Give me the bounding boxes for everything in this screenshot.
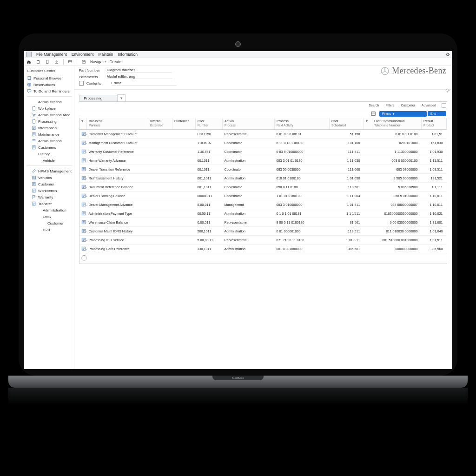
sidebar-item-2[interactable]: To-Do and Reminders xyxy=(27,88,72,94)
filter-advanced[interactable]: Advanced xyxy=(419,103,439,108)
menu-item-information[interactable]: Information xyxy=(118,52,138,57)
table-row[interactable]: Administration Payment Type00,50,11Admin… xyxy=(79,209,447,218)
col-note[interactable]: ▾ xyxy=(364,118,372,130)
form-value-0[interactable]: Diagram tableset xyxy=(107,68,172,73)
filter-search[interactable]: Search xyxy=(366,103,382,108)
cell-name: Administration Payment Type xyxy=(87,209,148,218)
table-row[interactable]: Customer Management DiscountH011150Repre… xyxy=(79,130,447,139)
col-costnum[interactable]: CostNumber xyxy=(196,118,223,130)
filter-customer[interactable]: Customer xyxy=(398,103,418,108)
cell-bp: 081 0 001080000 xyxy=(275,245,330,253)
sidebar-item-label: To-Do and Reminders xyxy=(33,89,70,93)
cell-bp: 1 01 01 0180100 xyxy=(275,192,330,200)
sidebar-item-18[interactable]: Transfer xyxy=(27,200,72,207)
sidebar-item-15[interactable]: Customer xyxy=(27,181,72,187)
filter-toggle[interactable] xyxy=(442,103,446,108)
cell-name: Customer Management Discount xyxy=(87,130,148,139)
sidebar-item-8[interactable]: Maintenance xyxy=(27,131,72,138)
sidebar-item-19[interactable]: Administration xyxy=(27,207,72,213)
menu-item-environment[interactable]: Environment xyxy=(72,52,94,57)
toolbar-create-label[interactable]: Create xyxy=(110,60,122,64)
table-row[interactable]: Dealer Planning Balance00001011Coordinat… xyxy=(79,192,447,200)
table-row[interactable]: Warranty Customer Reference1181551Coordi… xyxy=(79,147,447,156)
col-process[interactable]: ProcessNext Activity xyxy=(275,118,330,130)
sidebar-item-0[interactable]: Personal Browser xyxy=(27,75,72,81)
brand-text: Mercedes-Benz xyxy=(392,66,446,76)
cell-role: Coordinator xyxy=(223,183,275,192)
filter-active[interactable]: Filters ▾ xyxy=(379,111,427,117)
sidebar-item-17[interactable]: Warranty xyxy=(27,194,72,200)
form-checkbox-2[interactable] xyxy=(79,81,84,86)
form-value-1[interactable]: Model editor, ang xyxy=(107,74,172,79)
cell-costnum: 500,1011 xyxy=(196,227,223,236)
col-business[interactable]: BusinessPartners xyxy=(87,118,148,130)
sidebar-item-1[interactable]: Reservations xyxy=(27,81,72,88)
table-row[interactable]: Dealer Management Advance8,00,011Managem… xyxy=(79,200,447,209)
table-row[interactable]: Warehouse Claim Balance0,00,511Represent… xyxy=(79,218,447,227)
cell-bp: 083 3 010000000 xyxy=(275,200,330,209)
tab-processing[interactable]: Processing xyxy=(79,95,118,101)
sidebar-item-4[interactable]: Workplace xyxy=(27,105,72,112)
table-row[interactable]: Reimbursement History001,1011Administrat… xyxy=(79,174,447,183)
laptop-camera-icon xyxy=(235,41,241,47)
table-row[interactable]: Processing IOR Service5 00,00.11Represen… xyxy=(79,236,447,245)
svg-rect-1 xyxy=(68,61,72,63)
cell-role: Coordinator xyxy=(223,139,275,147)
device-icon[interactable] xyxy=(45,59,50,65)
menu-item-maintain[interactable]: Maintain xyxy=(98,52,113,57)
card-icon[interactable] xyxy=(67,59,73,65)
menu-item-file[interactable]: File Management xyxy=(36,52,67,57)
sidebar-item-16[interactable]: Workbench xyxy=(27,187,72,194)
sidebar-item-3[interactable]: Administration xyxy=(27,99,72,105)
sidebar-item-14[interactable]: Vehicles xyxy=(27,174,72,181)
cell-p1 xyxy=(148,165,172,174)
cell-bp: 0 1 0 1 01 08181 xyxy=(275,209,330,218)
clipboard-icon[interactable] xyxy=(35,59,41,65)
col-customer[interactable]: Customer xyxy=(172,118,196,130)
settings-icon[interactable] xyxy=(445,52,450,57)
save-icon[interactable] xyxy=(81,59,86,65)
sidebar-item-11[interactable]: History xyxy=(27,151,72,157)
sidebar-item-22[interactable]: H2B xyxy=(27,226,72,233)
col-internal[interactable]: InternalExtended xyxy=(148,118,172,130)
blank-icon xyxy=(41,221,46,225)
col-cost[interactable]: CostScheduled xyxy=(330,118,364,130)
tab-dropdown-icon[interactable]: ▾ xyxy=(117,94,126,101)
form-value-2[interactable]: Editor xyxy=(112,81,177,86)
table-row[interactable]: Home Warranty Advance60,1011Administrati… xyxy=(79,156,447,165)
sidebar-item-5[interactable]: Administration Area xyxy=(27,112,72,118)
cell-tel: 000000000000 xyxy=(372,245,422,253)
sidebar-item-6[interactable]: Processing xyxy=(27,118,72,125)
row-icon xyxy=(81,220,86,225)
cell-name: Management Customer Discount xyxy=(87,139,148,147)
col-result[interactable]: ResultProduct xyxy=(422,118,447,130)
col-action[interactable]: ActionProcess xyxy=(223,118,275,130)
sidebar-item-9[interactable]: Administration xyxy=(27,138,72,144)
table-row[interactable]: Document Reference Balance001,1011Coordi… xyxy=(79,183,447,192)
sidebar-item-10[interactable]: Customers xyxy=(27,144,72,151)
filter-filters[interactable]: Filters xyxy=(383,103,397,108)
panel-gear-icon[interactable] xyxy=(445,88,450,93)
sidebar-item-label: Administration xyxy=(43,208,66,212)
table-row[interactable]: Customer Maint IORS History500,1011Admin… xyxy=(79,227,447,236)
sidebar-item-13[interactable]: HPMS Management xyxy=(27,168,72,174)
col-tel[interactable]: Last CommunicationTelephone Number xyxy=(372,118,422,130)
toolbar-navigate-label[interactable]: Navigate xyxy=(90,60,106,64)
sidebar-item-12[interactable]: Vehicle xyxy=(27,157,72,164)
table-row[interactable]: Dealer Transition Reference00,1011Coordi… xyxy=(79,165,447,174)
svg-rect-8 xyxy=(33,176,34,179)
cell-note xyxy=(364,174,372,183)
sidebar-item-7[interactable]: Information xyxy=(27,125,72,131)
cell-tel: 083 03000000 xyxy=(372,165,422,174)
share-icon[interactable] xyxy=(54,59,60,65)
form-label-2: Contents xyxy=(86,81,109,86)
filter-date-icon[interactable] xyxy=(368,110,378,117)
table-row[interactable]: Management Customer Discount118363ACoord… xyxy=(79,139,447,147)
col-icon[interactable]: ▾ xyxy=(79,118,87,130)
cell-tel: 1 11300000000 xyxy=(372,147,422,156)
table-row[interactable]: Processing Card Reference330,1011Adminis… xyxy=(79,245,447,253)
sidebar-item-21[interactable]: Customer xyxy=(27,220,72,226)
sidebar-item-20[interactable]: OHS xyxy=(27,213,72,220)
home-icon[interactable] xyxy=(26,59,32,65)
filter-end[interactable]: End xyxy=(428,111,446,116)
